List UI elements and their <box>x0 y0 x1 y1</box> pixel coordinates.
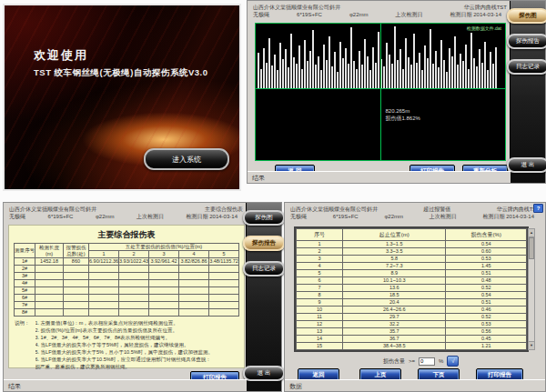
waveform-bar <box>263 48 265 88</box>
exit-button[interactable]: 退 出 <box>507 157 546 173</box>
waveform-bar <box>277 70 278 88</box>
filter-operator: >= <box>409 358 415 364</box>
table-cell: 3.3~3.5 <box>342 248 446 256</box>
waveform-bar <box>410 65 412 88</box>
table-row: 1026.4~26.60.46 <box>297 307 527 314</box>
table-row: 23.3~3.50.60 <box>297 248 527 256</box>
table-cell <box>35 280 64 287</box>
table-row: 1232.20.53 <box>297 321 527 328</box>
waveform-bar <box>298 45 300 88</box>
table-cell: 3.92/961.42 <box>149 258 179 266</box>
welcome-text: 欢迎使用 <box>34 47 88 64</box>
table-cell: 7.2~7.3 <box>342 263 446 270</box>
scrollbar[interactable]: ▲ ▼ <box>528 228 535 350</box>
table-cell: 10 <box>297 307 343 314</box>
waveform-bar <box>394 26 396 88</box>
table-cell <box>89 266 119 273</box>
table-cell <box>179 266 209 273</box>
table-cell: 2 <box>297 248 343 256</box>
table-row: 35.80.53 <box>297 256 527 263</box>
filter-unit: % <box>439 358 443 364</box>
table-cell: 36.7 <box>342 336 446 343</box>
report-sheet: 主要综合报伤表 测量序号 检测长度 (m) 报警损伤 总数(处) 五处主要损伤的… <box>8 225 245 368</box>
waveform-bar <box>329 36 330 88</box>
table-cell: 35.7 <box>342 328 446 336</box>
waveform-bar <box>353 61 355 88</box>
cursor-readout: 820.265m 损伤值1.862% <box>385 107 420 122</box>
table-cell: 4 <box>297 263 343 270</box>
table-cell <box>209 266 239 273</box>
waveform-bar <box>309 51 311 88</box>
table-cell: 9 <box>297 299 343 307</box>
waveform-bar <box>443 60 445 88</box>
sidebar-item-flaw-report[interactable]: 探伤报告 <box>507 34 546 49</box>
table-cell: 13 <box>297 328 343 336</box>
table-cell <box>89 273 119 280</box>
table-cell: 1.3~1.5 <box>342 241 446 248</box>
table-cell: 13.6 <box>342 285 446 292</box>
table-cell: 0.56 <box>446 328 527 336</box>
brand-label: 华云牌内曲线TST <box>464 4 507 11</box>
waveform-bar <box>432 64 434 88</box>
sidebar-item-flaw-chart[interactable]: 探伤图 <box>243 210 285 226</box>
table-cell <box>119 302 149 309</box>
table-cell: 0.52 <box>446 314 527 321</box>
sub-col-header: 3 <box>149 251 179 258</box>
waveform-bar <box>312 30 314 88</box>
table-cell <box>63 302 88 309</box>
table-cell: 2# <box>15 266 35 273</box>
waveform-bar <box>430 29 431 88</box>
waveform-bar <box>359 51 360 88</box>
table-cell <box>209 309 239 317</box>
exit-button[interactable]: 退 出 <box>243 366 285 381</box>
status-bar: 结果 <box>248 171 511 183</box>
status-bar: 数据 <box>285 379 545 391</box>
waveform-bar <box>375 63 377 88</box>
sidebar-item-flaw-chart[interactable]: 探伤图 <box>507 8 546 24</box>
filter-value-input[interactable] <box>419 357 435 366</box>
sidebar-item-flaw-report[interactable]: 探伤报告 <box>243 236 285 251</box>
sidebar-item-log[interactable]: 日志记录 <box>507 59 546 75</box>
waveform-bar <box>334 52 336 88</box>
scroll-thumb[interactable] <box>529 237 534 259</box>
waveform-bar <box>282 59 284 88</box>
waveform-bar <box>435 51 437 88</box>
cursor-position: 820.265m <box>385 107 420 115</box>
table-row: 1129.70.52 <box>297 314 527 321</box>
table-row: 3# <box>15 273 239 280</box>
table-cell: 7 <box>297 285 343 292</box>
waveform-sidebar: 探伤图 探伤报告 日志记录 退 出 <box>510 1 545 183</box>
enter-system-button[interactable]: 进入系统 <box>144 148 229 170</box>
apply-filter-button[interactable]: √ <box>447 356 459 367</box>
rope-diameter: φ22mm <box>384 213 403 220</box>
waveform-bar <box>460 54 461 88</box>
waveform-bar <box>446 72 448 88</box>
scroll-down-icon[interactable]: ▼ <box>529 341 534 349</box>
rope-diameter: φ22mm <box>349 11 369 18</box>
rope-label: 无极绳 <box>9 213 25 220</box>
scroll-up-icon[interactable]: ▲ <box>529 229 534 237</box>
waveform-bar <box>408 57 410 88</box>
prev-inspection-label: 上次检测日 <box>430 213 457 220</box>
sidebar-item-log[interactable]: 日志记录 <box>243 261 285 276</box>
waveform-bar <box>339 42 341 88</box>
table-cell <box>89 287 119 295</box>
status-bar: 结果 <box>4 379 247 391</box>
rope-spec: 6*19S+FC <box>297 11 322 18</box>
table-cell <box>35 287 64 295</box>
cursor-line[interactable] <box>380 24 381 160</box>
waveform-bar <box>331 66 333 88</box>
table-cell <box>209 287 239 295</box>
inspection-date: 检测日期 2014-03-14 <box>450 11 501 18</box>
waveform-bar <box>421 70 423 88</box>
waveform-bar <box>326 60 328 88</box>
waveform-bar <box>271 65 273 88</box>
table-cell <box>35 302 64 309</box>
waveform-bar <box>449 48 450 88</box>
table-cell: 8# <box>15 309 35 317</box>
table-cell <box>119 295 149 302</box>
table-cell: 0.54 <box>446 292 527 299</box>
waveform-bar <box>484 42 486 88</box>
help-icon[interactable]: ? <box>533 204 543 213</box>
waveform-bar <box>364 39 366 88</box>
